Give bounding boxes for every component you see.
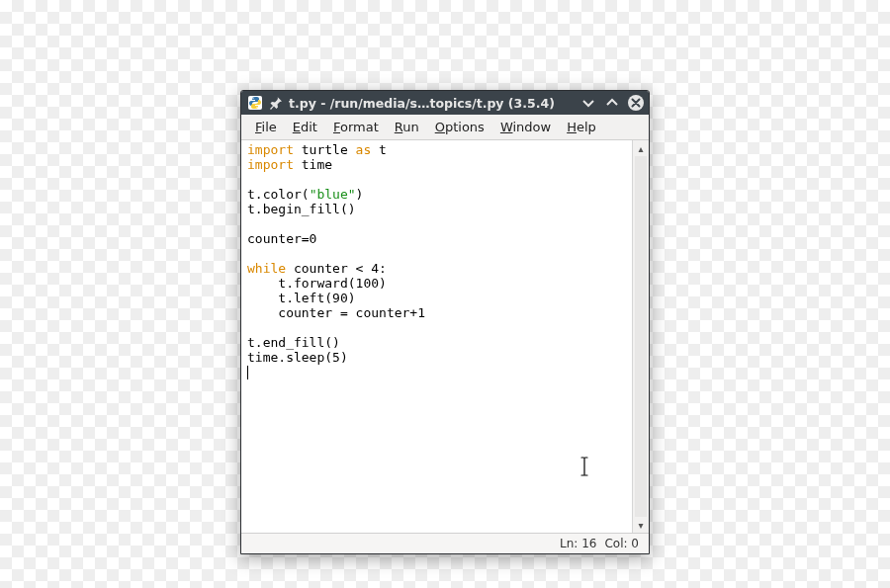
editor-area: import turtle as t import time t.color("…: [241, 140, 649, 533]
code-editor[interactable]: import turtle as t import time t.color("…: [241, 140, 632, 533]
menubar: File Edit Format Run Options Window Help: [241, 115, 649, 140]
python-app-icon: [247, 95, 263, 111]
menu-options[interactable]: Options: [427, 118, 492, 136]
titlebar[interactable]: t.py - /run/media/s…topics/t.py (3.5.4): [241, 91, 649, 115]
scroll-down-arrow-icon[interactable]: ▾: [633, 517, 649, 533]
menu-help[interactable]: Help: [559, 118, 604, 136]
vertical-scrollbar[interactable]: ▴ ▾: [632, 140, 649, 533]
statusbar: Ln: 16 Col: 0: [241, 533, 649, 553]
minimize-button[interactable]: [579, 94, 597, 112]
status-col: Col: 0: [604, 537, 639, 550]
menu-window[interactable]: Window: [492, 118, 559, 136]
menu-file[interactable]: File: [247, 118, 285, 136]
close-button[interactable]: [627, 94, 645, 112]
window: t.py - /run/media/s…topics/t.py (3.5.4) …: [240, 90, 650, 554]
menu-edit[interactable]: Edit: [285, 118, 325, 136]
menu-run[interactable]: Run: [387, 118, 427, 136]
menu-format[interactable]: Format: [325, 118, 387, 136]
maximize-button[interactable]: [603, 94, 621, 112]
status-ln: Ln: 16: [560, 537, 596, 550]
window-title: t.py - /run/media/s…topics/t.py (3.5.4): [289, 96, 555, 111]
pin-icon[interactable]: [269, 96, 283, 110]
scroll-up-arrow-icon[interactable]: ▴: [633, 140, 649, 156]
svg-point-1: [252, 98, 253, 99]
svg-point-2: [256, 107, 257, 108]
scroll-track[interactable]: [635, 156, 647, 517]
